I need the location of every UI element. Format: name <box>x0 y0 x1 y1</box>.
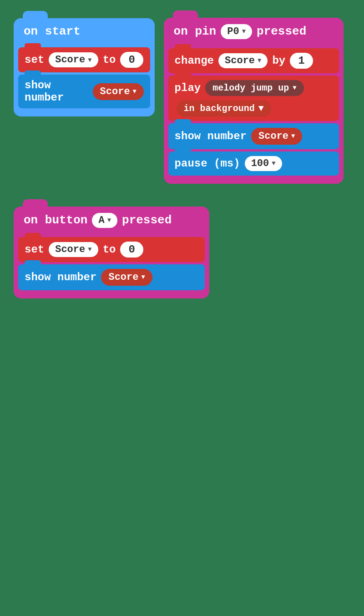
on-start-label: on start <box>24 25 81 38</box>
to-btn-label: to <box>103 243 116 256</box>
var-arrow-icon: ▼ <box>133 88 136 95</box>
on-pin-body: change Score ▼ by 1 play melody jump up … <box>164 45 344 184</box>
change-score-dropdown[interactable]: Score ▼ <box>218 53 268 68</box>
on-button-body: set Score ▼ to 0 show number Score ▼ <box>14 234 209 298</box>
pin-arrow-icon: ▼ <box>242 28 246 35</box>
change-score-stmt[interactable]: change Score ▼ by 1 <box>168 48 339 73</box>
show-number-label: show number <box>25 79 88 104</box>
set-score-stmt[interactable]: set Score ▼ to 0 <box>18 47 150 72</box>
score-btn-var-pill[interactable]: Score ▼ <box>101 269 152 286</box>
change-label: change <box>175 55 214 67</box>
show-number-pin-label: show number <box>175 130 247 142</box>
pressed-label: pressed <box>257 25 306 38</box>
value-btn-zero[interactable]: 0 <box>120 242 143 258</box>
score-var-dropdown[interactable]: Score ▼ <box>49 52 98 67</box>
button-dropdown[interactable]: A ▼ <box>92 213 117 228</box>
score-btn-dropdown[interactable]: Score ▼ <box>49 242 98 257</box>
pin-dropdown[interactable]: P0 ▼ <box>221 24 252 39</box>
melody-arrow-icon: ▼ <box>293 84 296 91</box>
set-btn-label: set <box>25 243 44 256</box>
on-start-hat[interactable]: on start <box>14 18 155 45</box>
show-number-btn-stmt[interactable]: show number Score ▼ <box>18 264 205 290</box>
on-pin-hat[interactable]: on pin P0 ▼ pressed <box>164 18 344 45</box>
by-label: by <box>272 55 285 67</box>
to-label: to <box>103 54 116 66</box>
on-button-label: on button <box>24 213 87 227</box>
melody-dropdown[interactable]: melody jump up ▼ <box>205 80 303 96</box>
dropdown-arrow-icon: ▼ <box>88 56 91 64</box>
bg-arrow-icon: ▼ <box>258 103 264 114</box>
show-number-stmt[interactable]: show number Score ▼ <box>18 75 150 108</box>
play-melody-stmt[interactable]: play melody jump up ▼ in background ▼ <box>168 76 339 121</box>
btn-pressed-label: pressed <box>122 213 172 227</box>
score-btn-var-arrow-icon: ▼ <box>141 273 145 281</box>
pause-arrow-icon: ▼ <box>272 160 275 167</box>
on-start-body: set Score ▼ to 0 show number Score ▼ <box>14 45 155 116</box>
play-label: play <box>175 82 201 94</box>
button-arrow-icon: ▼ <box>107 217 111 224</box>
pause-value-dropdown[interactable]: 100 ▼ <box>245 156 282 171</box>
show-number-btn-label: show number <box>25 271 96 283</box>
change-arrow-icon: ▼ <box>258 57 261 64</box>
show-number-pin-stmt[interactable]: show number Score ▼ <box>168 123 339 149</box>
on-button-hat[interactable]: on button A ▼ pressed <box>14 207 209 234</box>
set-score-btn-stmt[interactable]: set Score ▼ to 0 <box>18 237 205 262</box>
on-start-block: on start set Score ▼ to 0 show number Sc… <box>14 18 155 116</box>
score-var-pin-pill[interactable]: Score ▼ <box>251 128 302 145</box>
value-zero[interactable]: 0 <box>120 52 143 68</box>
score-pin-arrow-icon: ▼ <box>291 132 295 140</box>
set-label: set <box>25 54 44 66</box>
on-button-pressed-block: on button A ▼ pressed set Score ▼ to 0 s… <box>14 207 209 298</box>
background-dropdown[interactable]: in background ▼ <box>177 101 271 116</box>
score-var-pill[interactable]: Score ▼ <box>93 83 144 100</box>
score-btn-arrow-icon: ▼ <box>88 246 91 253</box>
pause-stmt[interactable]: pause (ms) 100 ▼ <box>168 151 339 176</box>
on-pin-pressed-block: on pin P0 ▼ pressed change Score ▼ by 1 … <box>164 18 344 184</box>
change-value[interactable]: 1 <box>290 53 313 69</box>
on-pin-label: on pin <box>174 25 217 38</box>
pause-label: pause (ms) <box>175 157 240 170</box>
